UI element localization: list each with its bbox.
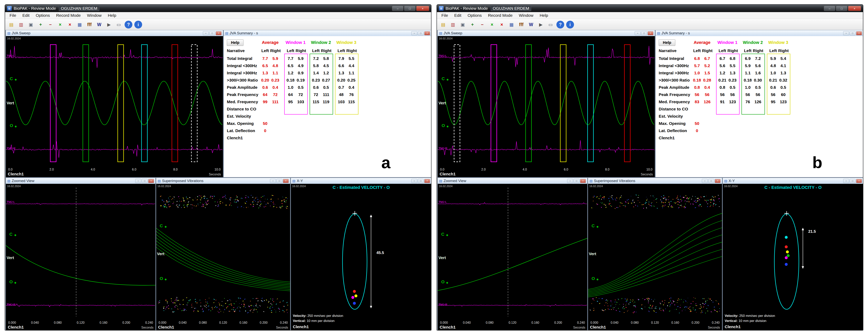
superimposed-plot-area[interactable]: 16.02.2024 C Vert O 0.0000.0400.0800.120… <box>156 184 290 330</box>
toolbar-icon[interactable]: W <box>527 21 535 29</box>
close-button[interactable]: × <box>216 31 222 35</box>
restore-button[interactable]: □ <box>209 31 215 35</box>
menu-item[interactable]: File <box>438 12 451 18</box>
menu-item[interactable]: File <box>7 12 19 18</box>
close-button[interactable]: × <box>648 31 653 35</box>
menu-item[interactable]: Options <box>33 12 53 18</box>
toolbar-icon[interactable]: ▦ <box>76 21 84 29</box>
toolbar-icon[interactable]: W <box>95 21 103 29</box>
toolbar-icon[interactable]: × <box>66 21 74 29</box>
menu-item[interactable]: Window <box>84 12 104 18</box>
minimize-button[interactable]: – <box>702 179 708 183</box>
toolbar-icon[interactable]: ▶ <box>105 21 113 29</box>
toolbar-icon[interactable]: ▥ <box>17 21 25 29</box>
close-button[interactable]: × <box>580 179 586 183</box>
restore-button[interactable]: □ <box>276 179 282 183</box>
minimize-button[interactable]: – <box>411 179 417 183</box>
close-button[interactable]: × <box>856 179 862 183</box>
selection-windows[interactable] <box>454 45 630 162</box>
xy-plot-area[interactable]: C - Estimated VELOCITY - O 16.02.2024 21… <box>723 184 863 330</box>
toolbar-icon[interactable]: fff <box>517 21 525 29</box>
window-titlebar[interactable]: B BioPAK - Review Mode OGUZHAN ERDEM – □… <box>5 5 431 12</box>
toolbar-icon[interactable]: × <box>56 21 64 29</box>
narrative-link[interactable]: Narrative <box>659 48 692 53</box>
close-button[interactable]: × <box>416 6 429 11</box>
toolbar-icon[interactable]: ▤ <box>7 21 15 29</box>
sweep-plot-area[interactable]: 16.02.2024 TMJ-L C Vert O TMJ-R 0.02.04.… <box>6 36 223 177</box>
jva-summary-titlebar[interactable]: ▤ JVA Summary - s – □ × <box>656 30 863 36</box>
maximize-button[interactable]: □ <box>836 6 847 11</box>
minimize-button[interactable]: – <box>270 179 276 183</box>
zoomed-plot-area[interactable]: 16.02.2024 TMJ-L C Vert O TMJ-R 0.0000.0… <box>438 184 587 330</box>
minimize-button[interactable]: – <box>824 6 835 11</box>
narrative-link[interactable]: Narrative <box>227 48 260 53</box>
toolbar-icon[interactable]: ▶ <box>537 21 545 29</box>
toolbar-icon[interactable]: ▦ <box>507 21 516 29</box>
menu-item[interactable]: Edit <box>452 12 464 18</box>
restore-button[interactable]: □ <box>418 179 424 183</box>
toolbar-icon[interactable]: ? <box>556 21 564 29</box>
superimposed-titlebar[interactable]: ▤ Superimposed Vibrations – □ × <box>156 178 290 184</box>
menu-item[interactable]: Record Mode <box>53 12 84 18</box>
maximize-button[interactable]: □ <box>404 6 415 11</box>
menu-item[interactable]: Edit <box>20 12 32 18</box>
minimize-button[interactable]: – <box>135 179 141 183</box>
minimize-button[interactable]: – <box>567 179 573 183</box>
toolbar-icon[interactable]: ▤ <box>439 21 447 29</box>
toolbar-icon[interactable]: − <box>46 21 54 29</box>
sweep-plot-area[interactable]: 16.02.2024 TMJ-L C Vert O TMJ-R 0.02.04.… <box>438 36 655 177</box>
toolbar-icon[interactable]: ▥ <box>449 21 457 29</box>
menu-item[interactable]: Record Mode <box>485 12 516 18</box>
toolbar-icon[interactable]: ▣ <box>459 21 467 29</box>
close-button[interactable]: × <box>715 179 721 183</box>
xy-titlebar[interactable]: ▤ X-Y – □ × <box>291 178 431 184</box>
minimize-button[interactable]: – <box>635 31 641 35</box>
toolbar-icon[interactable]: ▣ <box>27 21 35 29</box>
toolbar-icon[interactable]: ▭ <box>547 21 554 29</box>
menu-item[interactable]: Help <box>105 12 119 18</box>
menu-item[interactable]: Window <box>516 12 536 18</box>
jva-sweep-titlebar[interactable]: ▤ JVA Sweep – □ × <box>6 30 223 36</box>
close-button[interactable]: × <box>424 179 430 183</box>
help-button[interactable]: Help <box>227 39 244 46</box>
restore-button[interactable]: □ <box>641 31 647 35</box>
superimposed-plot-area[interactable]: 16.02.2024 C Vert O 0.0000.0400.0800.120… <box>588 184 722 330</box>
minimize-button[interactable]: – <box>843 31 849 35</box>
toolbar-icon[interactable]: ? <box>125 21 132 29</box>
zoomed-view-titlebar[interactable]: ▤ Zoomed View – □ × <box>438 178 587 184</box>
superimposed-titlebar[interactable]: ▤ Superimposed Vibrations – □ × <box>588 178 722 184</box>
window-titlebar[interactable]: B BioPAK - Review Mode OGUZHAN ERDEM – □… <box>437 5 863 12</box>
restore-button[interactable]: □ <box>850 31 856 35</box>
help-button[interactable]: Help <box>659 39 675 46</box>
minimize-button[interactable]: – <box>843 179 849 183</box>
restore-button[interactable]: □ <box>574 179 580 183</box>
restore-button[interactable]: □ <box>418 31 424 35</box>
menu-item[interactable]: Help <box>537 12 551 18</box>
toolbar-icon[interactable]: fff <box>86 21 93 29</box>
minimize-button[interactable]: – <box>411 31 417 35</box>
xy-plot-area[interactable]: C - Estimated VELOCITY - O 16.02.2024 45… <box>291 184 431 330</box>
jva-summary-titlebar[interactable]: ▤ JVA Summary - s – □ × <box>224 30 431 36</box>
close-button[interactable]: × <box>848 6 861 11</box>
jva-sweep-titlebar[interactable]: ▤ JVA Sweep – □ × <box>438 30 655 36</box>
restore-button[interactable]: □ <box>850 179 856 183</box>
close-button[interactable]: × <box>856 31 862 35</box>
minimize-button[interactable]: – <box>392 6 403 11</box>
toolbar-icon[interactable]: + <box>469 21 476 29</box>
toolbar-icon[interactable]: i <box>566 21 574 29</box>
restore-button[interactable]: □ <box>708 179 714 183</box>
close-button[interactable]: × <box>148 179 154 183</box>
close-button[interactable]: × <box>424 31 430 35</box>
toolbar-icon[interactable]: × <box>498 21 506 29</box>
zoomed-plot-area[interactable]: 16.02.2024 TMJ-L C Vert O TMJ-R 0.0000.0… <box>6 184 155 330</box>
toolbar-icon[interactable]: i <box>134 21 142 29</box>
toolbar-icon[interactable]: − <box>478 21 486 29</box>
toolbar-icon[interactable]: ▭ <box>115 21 123 29</box>
minimize-button[interactable]: – <box>203 31 209 35</box>
toolbar-icon[interactable]: × <box>488 21 496 29</box>
restore-button[interactable]: □ <box>142 179 148 183</box>
selection-windows[interactable] <box>50 45 197 162</box>
xy-titlebar[interactable]: ▤ X-Y – □ × <box>723 178 863 184</box>
toolbar-icon[interactable]: + <box>37 21 44 29</box>
close-button[interactable]: × <box>283 179 289 183</box>
